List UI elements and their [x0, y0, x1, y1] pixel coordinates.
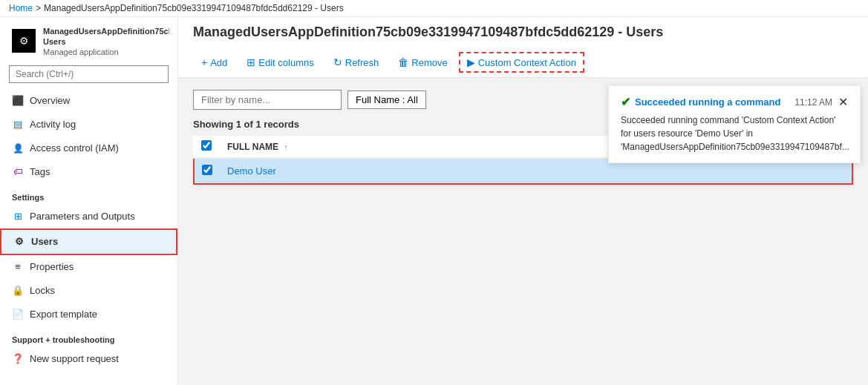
users-icon: ⚙: [13, 236, 25, 248]
edit-columns-button[interactable]: ⊞ Edit columns: [238, 52, 322, 73]
success-icon: ✔: [621, 95, 630, 109]
add-button[interactable]: + Add: [193, 52, 235, 73]
row-checkbox[interactable]: [202, 165, 212, 175]
sidebar-item-support[interactable]: ❓ New support request: [0, 347, 177, 371]
search-input[interactable]: [9, 65, 169, 83]
support-section-label: Support + troubleshooting: [0, 326, 177, 347]
sidebar-item-locks[interactable]: 🔒 Locks: [0, 279, 177, 303]
sidebar-item-label: New support request: [30, 353, 119, 364]
toast-body: Succeeded running command 'Custom Contex…: [621, 113, 848, 154]
filter-input[interactable]: [193, 90, 342, 110]
sidebar-item-label: Export template: [30, 309, 97, 320]
sidebar-item-users[interactable]: ⚙ Users: [0, 228, 177, 255]
column-checkbox: [194, 136, 220, 158]
tags-icon: 🏷: [12, 166, 24, 178]
remove-button[interactable]: 🗑 Remove: [390, 52, 455, 73]
overview-icon: ⬛: [12, 95, 24, 107]
breadcrumb-home[interactable]: Home: [9, 3, 33, 13]
play-icon: ▶: [467, 56, 475, 68]
toast-close-button[interactable]: ✕: [838, 96, 848, 108]
support-icon: ❓: [12, 353, 24, 365]
refresh-icon: ↻: [333, 56, 342, 68]
params-icon: ⊞: [12, 211, 24, 223]
sidebar-header: ⚙ ManagedUsersAppDefinition75cb09e33...-…: [0, 17, 177, 62]
properties-icon: ≡: [12, 261, 24, 273]
select-all-checkbox[interactable]: [201, 140, 212, 151]
sidebar-item-label: Parameters and Outputs: [30, 211, 135, 222]
page-title: ManagedUsersAppDefinition75cb09e33199471…: [193, 24, 853, 47]
sidebar-item-export-template[interactable]: 📄 Export template: [0, 303, 177, 326]
notification-toast: ✔ Succeeded running a command 11:12 AM ✕…: [608, 85, 861, 163]
toast-header: ✔ Succeeded running a command 11:12 AM ✕: [621, 95, 848, 109]
export-icon: 📄: [12, 309, 24, 320]
content-header: ManagedUsersAppDefinition75cb09e33199471…: [178, 17, 868, 78]
remove-icon: 🗑: [398, 56, 408, 68]
sidebar-item-activity-log[interactable]: ▤ Activity log: [0, 113, 177, 136]
sidebar-item-label: Properties: [30, 261, 74, 272]
content-body: ✔ Succeeded running a command 11:12 AM ✕…: [178, 78, 868, 385]
sidebar-nav: ⬛ Overview ▤ Activity log 👤 Access contr…: [0, 89, 177, 385]
custom-action-label: Custom Context Action: [478, 57, 576, 68]
toolbar: + Add ⊞ Edit columns ↻ Refresh 🗑 Remove: [193, 47, 853, 77]
remove-label: Remove: [411, 57, 447, 68]
sidebar-item-label: Users: [31, 236, 58, 247]
filter-tag-fullname[interactable]: Full Name : All: [347, 91, 426, 109]
iam-icon: 👤: [12, 142, 24, 154]
sidebar: ⚙ ManagedUsersAppDefinition75cb09e33...-…: [0, 17, 178, 385]
sidebar-resource-title: ManagedUsersAppDefinition75cb09e33...- U…: [43, 26, 169, 47]
sidebar-item-tags[interactable]: 🏷 Tags: [0, 160, 177, 184]
row-checkbox-cell: [194, 158, 220, 184]
sort-icon: ↑: [284, 143, 287, 151]
custom-context-action-button[interactable]: ▶ Custom Context Action: [459, 52, 584, 73]
sidebar-search-container: [0, 62, 177, 89]
sidebar-item-properties[interactable]: ≡ Properties: [0, 255, 177, 279]
add-icon: +: [201, 56, 207, 68]
user-link[interactable]: Demo User: [227, 165, 276, 177]
sidebar-item-label: Activity log: [30, 119, 76, 130]
activity-icon: ▤: [12, 119, 24, 131]
edit-columns-label: Edit columns: [258, 57, 313, 68]
edit-columns-icon: ⊞: [247, 56, 255, 68]
sidebar-item-label: Tags: [30, 166, 50, 177]
sidebar-item-parameters[interactable]: ⊞ Parameters and Outputs: [0, 205, 177, 228]
add-label: Add: [210, 57, 227, 68]
breadcrumb-current: ManagedUsersAppDefinition75cb09e33199471…: [44, 3, 344, 13]
resource-icon-symbol: ⚙: [19, 35, 29, 47]
breadcrumb: Home > ManagedUsersAppDefinition75cb09e3…: [0, 0, 868, 17]
main-content: ManagedUsersAppDefinition75cb09e33199471…: [178, 17, 868, 385]
sidebar-item-label: Access control (IAM): [30, 142, 119, 154]
refresh-label: Refresh: [345, 57, 379, 68]
breadcrumb-separator: >: [36, 3, 41, 13]
refresh-button[interactable]: ↻ Refresh: [325, 52, 388, 73]
settings-section-label: Settings: [0, 184, 177, 205]
sidebar-item-label: Locks: [30, 285, 55, 296]
resource-icon: ⚙: [12, 29, 36, 53]
sidebar-item-iam[interactable]: 👤 Access control (IAM): [0, 136, 177, 160]
locks-icon: 🔒: [12, 285, 24, 297]
sidebar-item-overview[interactable]: ⬛ Overview: [0, 89, 177, 113]
toast-time: 11:12 AM: [794, 97, 832, 108]
sidebar-item-label: Overview: [30, 95, 70, 106]
sidebar-subtitle: Managed application: [43, 47, 169, 56]
toast-title: ✔ Succeeded running a command: [621, 95, 781, 109]
